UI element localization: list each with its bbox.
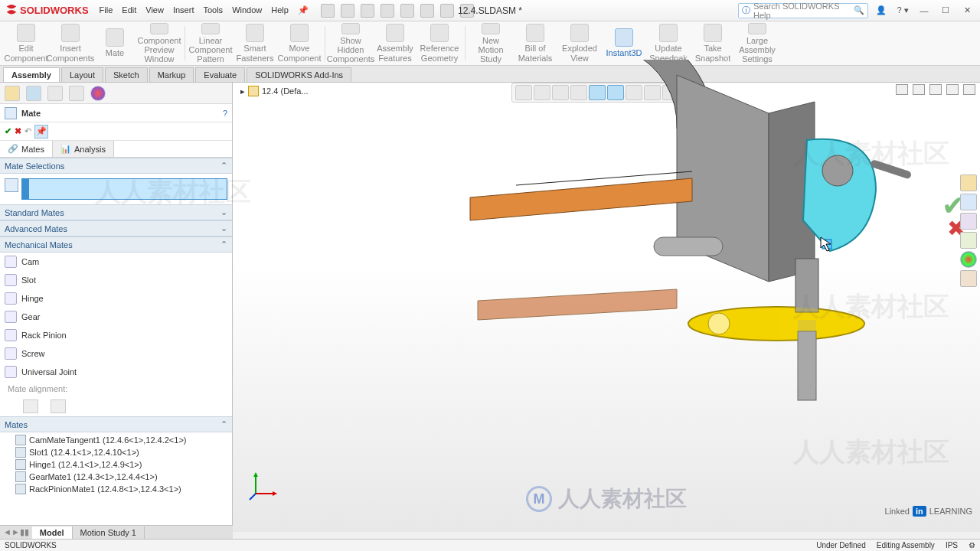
- tab-sketch[interactable]: Sketch: [105, 67, 148, 82]
- cmd-show-hidden[interactable]: Show Hidden Components: [329, 23, 372, 64]
- fm-tab-icon[interactable]: [5, 86, 20, 101]
- workspace: Mate ? ✔ ✖ ↶ 📌 🔗Mates 📊Analysis Mate Sel…: [0, 83, 980, 532]
- section-mates-list[interactable]: Mates⌃: [0, 416, 232, 432]
- cmd-move-component[interactable]: Move Component: [278, 23, 321, 64]
- svg-marker-18: [273, 491, 277, 496]
- tree-node[interactable]: RackPinionMate1 (12.4.8<1>,12.4.3<1>): [5, 483, 227, 495]
- cmd-edit-component[interactable]: Edit Component: [5, 23, 47, 64]
- feature-breadcrumb[interactable]: ▸ 12.4 (Defa...: [240, 86, 309, 96]
- user-icon[interactable]: 👤: [873, 4, 890, 18]
- align-antialigned-icon[interactable]: [51, 399, 66, 413]
- cmd-take-snapshot[interactable]: Take Snapshot: [691, 23, 734, 64]
- tab-layout[interactable]: Layout: [61, 67, 103, 82]
- qat-undo-icon[interactable]: [420, 4, 434, 18]
- dim-tab-icon[interactable]: [69, 86, 84, 101]
- status-gear-icon[interactable]: ⚙: [969, 541, 975, 549]
- mate-slot[interactable]: Slot: [0, 271, 232, 289]
- quick-access-toolbar: [321, 4, 474, 18]
- status-bar: SOLIDWORKS Under Defined Editing Assembl…: [0, 539, 980, 551]
- svg-point-5: [822, 155, 853, 186]
- menu-edit[interactable]: Edit: [122, 5, 136, 15]
- tab-addins[interactable]: SOLIDWORKS Add-Ins: [247, 67, 351, 82]
- status-left: SOLIDWORKS: [5, 541, 57, 549]
- menu-insert[interactable]: Insert: [173, 5, 194, 15]
- tab-model[interactable]: Model: [32, 527, 73, 539]
- cmd-component-preview[interactable]: Component Preview Window: [138, 23, 181, 64]
- tree-node[interactable]: Slot1 (12.4.1<1>,12.4.10<1>): [5, 446, 227, 458]
- cmd-new-motion-study[interactable]: New Motion Study: [469, 23, 512, 64]
- qat-new-icon[interactable]: [341, 4, 354, 18]
- section-mate-selections[interactable]: Mate Selections⌃: [0, 158, 232, 174]
- mate-gear[interactable]: Gear: [0, 308, 232, 326]
- selection-input[interactable]: [21, 178, 227, 200]
- section-standard-mates[interactable]: Standard Mates⌄: [0, 204, 232, 220]
- mechanical-mates-list: Cam Slot Hinge Gear Rack Pinion Screw Un…: [0, 253, 232, 381]
- close-button[interactable]: ✕: [959, 4, 975, 18]
- orientation-triad-icon: [248, 471, 279, 501]
- bottom-tabs: ◄►▮▮ Model Motion Study 1: [0, 525, 233, 539]
- pm-tab-icon[interactable]: [26, 86, 41, 101]
- pushpin-button[interactable]: 📌: [34, 125, 48, 139]
- qat-home-icon[interactable]: [321, 4, 335, 18]
- tab-motion-study[interactable]: Motion Study 1: [73, 527, 145, 539]
- menu-tools[interactable]: Tools: [203, 5, 223, 15]
- cmd-update-speedpak[interactable]: Update Speedpak: [647, 23, 690, 64]
- menu-help[interactable]: Help: [271, 5, 289, 15]
- qat-save-icon[interactable]: [381, 4, 394, 18]
- tree-node[interactable]: Hinge1 (12.4.1<1>,12.4.9<1>): [5, 458, 227, 471]
- section-mechanical-mates[interactable]: Mechanical Mates⌃: [0, 236, 232, 253]
- cm-tab-icon[interactable]: [47, 86, 63, 101]
- undo-button[interactable]: ↶: [24, 126, 31, 136]
- pm-help-icon[interactable]: ?: [223, 109, 227, 118]
- subtab-mates[interactable]: 🔗Mates: [0, 141, 53, 157]
- svg-rect-10: [795, 259, 818, 312]
- menu-file[interactable]: File: [100, 5, 113, 15]
- appearance-tab-icon[interactable]: [90, 86, 106, 101]
- qat-open-icon[interactable]: [361, 4, 374, 18]
- tab-evaluate[interactable]: Evaluate: [195, 67, 245, 82]
- cmd-mate[interactable]: Mate: [93, 23, 136, 64]
- tree-node[interactable]: GearMate1 (12.4.3<1>,12.4.4<1>): [5, 471, 227, 483]
- status-editing-mode: Editing Assembly: [877, 541, 935, 549]
- ok-button[interactable]: ✔: [5, 126, 11, 136]
- cmd-instant3d[interactable]: Instant3D: [603, 23, 645, 64]
- menu-pin-icon[interactable]: 📌: [298, 5, 309, 15]
- qat-print-icon[interactable]: [400, 4, 414, 18]
- minimize-button[interactable]: —: [916, 4, 933, 18]
- svg-rect-6: [870, 159, 912, 180]
- pm-subtabs: 🔗Mates 📊Analysis: [0, 141, 232, 158]
- menu-view[interactable]: View: [145, 5, 164, 15]
- cmd-bom[interactable]: Bill of Materials: [514, 23, 557, 64]
- cmd-insert-components[interactable]: Insert Components: [49, 23, 92, 64]
- cmd-smart-fasteners[interactable]: Smart Fasteners: [234, 23, 276, 64]
- help-search-input[interactable]: ⓘ Search SOLIDWORKS Help 🔍: [738, 3, 868, 18]
- cmd-assembly-features[interactable]: Assembly Features: [374, 23, 416, 64]
- menu-window[interactable]: Window: [232, 5, 262, 15]
- mate-universal-joint[interactable]: Universal Joint: [0, 363, 232, 381]
- maximize-button[interactable]: ☐: [937, 4, 954, 18]
- graphics-viewport[interactable]: www.rrcg.cn ▸ 12.4 (Defa... ✔ ✖: [233, 83, 980, 532]
- cmd-large-assembly[interactable]: Large Assembly Settings: [736, 23, 779, 64]
- section-advanced-mates[interactable]: Advanced Mates⌄: [0, 220, 232, 236]
- cmd-exploded-view[interactable]: Exploded View: [558, 23, 601, 64]
- mate-rack-pinion[interactable]: Rack Pinion: [0, 326, 232, 344]
- mate-icon: [5, 107, 17, 119]
- status-units[interactable]: IPS: [946, 541, 958, 549]
- align-aligned-icon[interactable]: [23, 399, 38, 413]
- cmd-reference-geometry[interactable]: Reference Geometry: [418, 23, 461, 64]
- tab-markup[interactable]: Markup: [149, 67, 194, 82]
- tab-assembly[interactable]: Assembly: [3, 67, 60, 82]
- cmd-linear-pattern[interactable]: Linear Component Pattern: [189, 23, 232, 64]
- svg-marker-4: [478, 289, 677, 320]
- mate-screw[interactable]: Screw: [0, 344, 232, 363]
- tree-node[interactable]: CamMateTangent1 (12.4.6<1>,12.4.2<1>): [5, 434, 227, 446]
- subtab-analysis[interactable]: 📊Analysis: [53, 141, 114, 157]
- cancel-button[interactable]: ✖: [15, 126, 21, 136]
- selection-filter-icon[interactable]: [5, 178, 18, 192]
- qat-rebuild-icon[interactable]: [440, 4, 454, 18]
- mate-cam[interactable]: Cam: [0, 253, 232, 271]
- panel-toolbar: [0, 83, 232, 104]
- help-icon[interactable]: ? ▾: [894, 4, 911, 18]
- mate-hinge[interactable]: Hinge: [0, 289, 232, 308]
- title-bar: SOLIDWORKS File Edit View Insert Tools W…: [0, 0, 980, 21]
